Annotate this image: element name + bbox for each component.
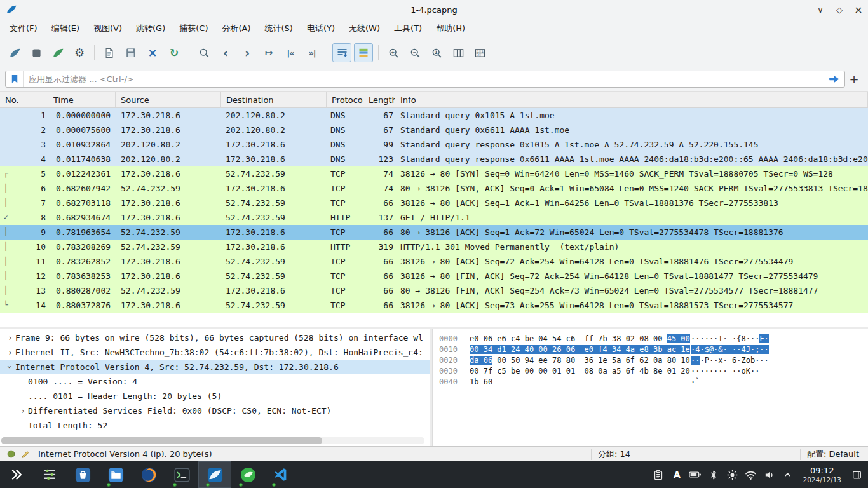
menu-item-statistics[interactable]: 统计(S) bbox=[258, 19, 300, 38]
menu-item-file[interactable]: 文件(F) bbox=[3, 19, 44, 38]
menu-item-tools[interactable]: 工具(T) bbox=[387, 19, 429, 38]
expert-info-icon[interactable] bbox=[5, 449, 17, 460]
filter-bookmark-icon[interactable] bbox=[6, 71, 24, 87]
toolbar-close-file-button[interactable]: × bbox=[143, 43, 162, 62]
toolbar-auto-scroll-toggle-button[interactable] bbox=[332, 43, 351, 62]
menu-item-go[interactable]: 跳转(G) bbox=[129, 19, 172, 38]
toolbar-layout-columns-button[interactable]: 123 bbox=[470, 43, 489, 62]
toolbar-open-file-button[interactable] bbox=[100, 43, 119, 62]
taskbar-wireshark[interactable] bbox=[198, 461, 231, 488]
column-header-protocol[interactable]: Protocol bbox=[327, 92, 363, 107]
column-header-destination[interactable]: Destination bbox=[221, 92, 327, 107]
hex-row-0000[interactable]: 0000e0 06 e6 c4 be 04 54 c6 ff 7b 38 02 … bbox=[439, 334, 868, 344]
toolbar-go-to-packet-button[interactable]: ↦ bbox=[259, 43, 278, 62]
maximize-window-button[interactable]: ◇ bbox=[830, 0, 849, 19]
toolbar-start-capture-button[interactable] bbox=[5, 43, 24, 62]
brightness-icon[interactable] bbox=[726, 466, 738, 484]
packet-row-6[interactable]: │60.68260794252.74.232.59172.30.218.6TCP… bbox=[0, 181, 868, 196]
detail-ethernet[interactable]: ›Ethernet II, Src: NewH3CTechno_7b:38:02… bbox=[0, 345, 430, 360]
toolbar-colorize-toggle-button[interactable] bbox=[354, 43, 373, 62]
packet-row-7[interactable]: │70.682703118172.30.218.652.74.232.59TCP… bbox=[0, 196, 868, 210]
toolbar-restart-capture-button[interactable] bbox=[48, 43, 67, 62]
taskbar-firefox[interactable] bbox=[132, 461, 165, 488]
taskbar-start-menu[interactable] bbox=[0, 461, 33, 488]
clipboard-icon[interactable] bbox=[652, 466, 665, 484]
taskbar-terminal[interactable] bbox=[165, 461, 198, 488]
packet-row-5[interactable]: ┌50.012242361172.30.218.652.74.232.59TCP… bbox=[0, 166, 868, 181]
packet-row-11[interactable]: │110.783262852172.30.218.652.74.232.59TC… bbox=[0, 254, 868, 269]
packet-row-8[interactable]: ✓80.682934674172.30.218.652.74.232.59HTT… bbox=[0, 210, 868, 225]
toolbar-find-packet-button[interactable] bbox=[194, 43, 214, 62]
toolbar-save-file-button[interactable] bbox=[121, 43, 140, 62]
toolbar-go-first-packet-button[interactable]: |« bbox=[281, 43, 300, 62]
hex-row-0010[interactable]: 001000 34 d1 24 40 00 26 06 e0 f4 34 4a … bbox=[439, 344, 868, 355]
menu-item-analyze[interactable]: 分析(A) bbox=[215, 19, 257, 38]
filter-add-button[interactable]: + bbox=[845, 72, 863, 86]
menu-item-view[interactable]: 视图(V) bbox=[86, 19, 129, 38]
hex-row-0020[interactable]: 0020da 06 00 50 94 ee 78 80 36 1e 5a 6f … bbox=[439, 355, 868, 366]
taskbar-kylin-assistant[interactable] bbox=[231, 461, 264, 488]
toolbar-stop-capture-button[interactable] bbox=[27, 43, 46, 62]
taskbar-file-manager[interactable] bbox=[99, 461, 132, 488]
notification-panel-icon[interactable] bbox=[850, 466, 863, 484]
packet-row-2[interactable]: 20.000075600172.30.218.6202.120.80.2DNS6… bbox=[0, 123, 868, 137]
toolbar-resize-columns-button[interactable] bbox=[449, 43, 468, 62]
column-header-source[interactable]: Source bbox=[116, 92, 221, 107]
minimize-window-button[interactable]: ∨ bbox=[811, 0, 830, 19]
detail-frame[interactable]: ›Frame 9: 66 bytes on wire (528 bits), 6… bbox=[0, 330, 430, 345]
toolbar-go-last-packet-button[interactable]: »| bbox=[302, 43, 322, 62]
column-header-info[interactable]: Info bbox=[395, 92, 868, 107]
toolbar-go-forward-button[interactable]: › bbox=[238, 43, 257, 62]
packet-row-14[interactable]: └140.880372876172.30.218.652.74.232.59TC… bbox=[0, 298, 868, 313]
taskbar-vscode[interactable] bbox=[264, 461, 297, 488]
packet-row-10[interactable]: │100.78320826952.74.232.59172.30.218.6HT… bbox=[0, 240, 868, 254]
menu-item-help[interactable]: 帮助(H) bbox=[429, 19, 472, 38]
battery-icon[interactable] bbox=[689, 466, 702, 484]
clock[interactable]: 09:122024/12/13 bbox=[803, 466, 841, 484]
packet-row-1[interactable]: 10.000000000172.30.218.6202.120.80.2DNS6… bbox=[0, 108, 868, 123]
menu-item-wireless[interactable]: 无线(W) bbox=[342, 19, 387, 38]
hex-row-0030[interactable]: 003000 7f c5 be 00 00 01 01 08 0a a5 6f … bbox=[439, 366, 868, 377]
packet-row-13[interactable]: │130.88028700252.74.232.59172.30.218.6TC… bbox=[0, 283, 868, 298]
filter-apply-icon[interactable] bbox=[824, 75, 844, 83]
display-filter-input[interactable] bbox=[24, 74, 824, 84]
expander-icon[interactable]: › bbox=[5, 345, 15, 360]
toolbar-capture-options-button[interactable]: ⚙ bbox=[70, 43, 89, 62]
packet-row-4[interactable]: 40.011740638202.120.80.2172.30.218.6DNS1… bbox=[0, 152, 868, 166]
detail-ip-total-length[interactable]: Total Length: 52 bbox=[0, 418, 430, 433]
capture-comment-icon[interactable] bbox=[20, 449, 31, 460]
column-header-no[interactable]: No. bbox=[0, 92, 48, 107]
detail-ip[interactable]: ›Internet Protocol Version 4, Src: 52.74… bbox=[0, 360, 430, 374]
menu-item-edit[interactable]: 编辑(E) bbox=[44, 19, 86, 38]
packet-row-9[interactable]: │90.78196365452.74.232.59172.30.218.6TCP… bbox=[0, 225, 868, 240]
menu-item-telephony[interactable]: 电话(Y) bbox=[300, 19, 342, 38]
menu-item-capture[interactable]: 捕获(C) bbox=[172, 19, 215, 38]
close-window-button[interactable]: × bbox=[849, 0, 868, 19]
detail-ip-header-length[interactable]: .... 0101 = Header Length: 20 bytes (5) bbox=[0, 389, 430, 403]
tray-expand-icon[interactable] bbox=[781, 466, 794, 484]
wifi-icon[interactable] bbox=[744, 466, 757, 484]
packet-row-3[interactable]: 30.010932864202.120.80.2172.30.218.6DNS9… bbox=[0, 137, 868, 152]
expander-icon[interactable]: › bbox=[18, 403, 28, 418]
taskbar-software-center[interactable] bbox=[66, 461, 99, 488]
expander-icon[interactable]: › bbox=[5, 330, 15, 345]
toolbar-zoom-reset-button[interactable]: 1 bbox=[427, 43, 446, 62]
detail-ip-dsfield[interactable]: ›Differentiated Services Field: 0x00 (DS… bbox=[0, 403, 430, 418]
bluetooth-icon[interactable] bbox=[707, 466, 720, 484]
column-header-time[interactable]: Time bbox=[48, 92, 116, 107]
details-horizontal-scrollbar[interactable] bbox=[1, 437, 424, 444]
input-method-indicator[interactable]: A bbox=[670, 466, 683, 484]
status-profile[interactable]: 配置: Default bbox=[800, 449, 859, 460]
toolbar-reload-file-button[interactable]: ↻ bbox=[165, 43, 184, 62]
column-header-length[interactable]: Length bbox=[363, 92, 395, 107]
expander-icon[interactable]: › bbox=[5, 360, 15, 374]
toolbar-zoom-out-button[interactable]: − bbox=[405, 43, 424, 62]
detail-ip-version[interactable]: 0100 .... = Version: 4 bbox=[0, 374, 430, 389]
toolbar-zoom-in-button[interactable]: + bbox=[384, 43, 403, 62]
taskbar-task-view[interactable] bbox=[33, 461, 66, 488]
hex-row-0040[interactable]: 00401b 60·` bbox=[439, 377, 868, 388]
scrollbar-thumb[interactable] bbox=[1, 437, 322, 444]
packet-row-12[interactable]: │120.783638253172.30.218.652.74.232.59TC… bbox=[0, 269, 868, 283]
volume-icon[interactable] bbox=[763, 466, 775, 484]
toolbar-go-back-button[interactable]: ‹ bbox=[216, 43, 235, 62]
